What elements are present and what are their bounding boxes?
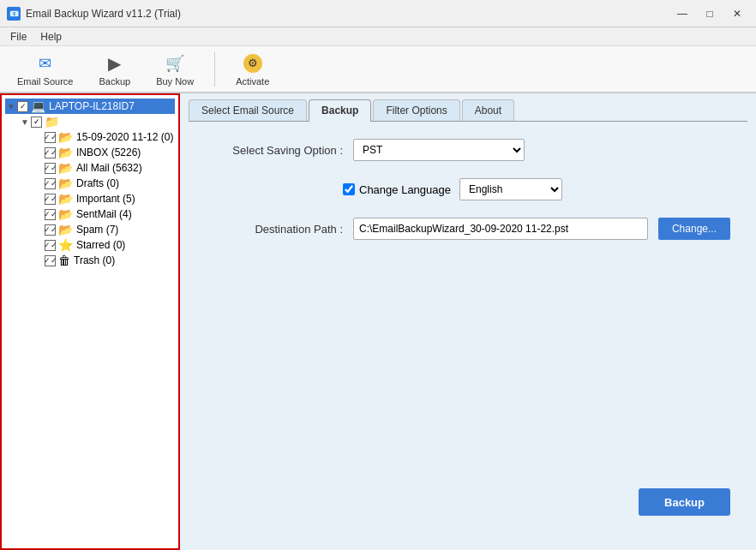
sub-folder-icon: 📁 xyxy=(45,115,59,129)
toolbar-activate[interactable]: ⚙ Activate xyxy=(227,49,278,90)
window-controls: — □ ✕ xyxy=(670,5,749,22)
menu-bar: File Help xyxy=(0,27,756,46)
root-checkbox[interactable] xyxy=(17,101,28,112)
title-bar: 📧 Email Backup Wizard v11.2 (Trial) — □ … xyxy=(0,0,756,27)
toolbar-buy-now-label: Buy Now xyxy=(156,76,194,87)
toolbar-activate-label: Activate xyxy=(236,76,269,87)
destination-path-input[interactable] xyxy=(353,218,648,240)
tree-item-8[interactable]: ✓ 🗑 Trash (0) xyxy=(33,253,175,268)
change-language-checkbox-label[interactable]: Change Language xyxy=(343,183,451,196)
maximize-button[interactable]: □ xyxy=(698,5,722,22)
saving-option-select[interactable]: PST PDF MSG EML MBOX xyxy=(353,139,525,161)
change-language-label: Change Language xyxy=(359,183,451,196)
tree-item-3[interactable]: ✓ 📂 Drafts (0) xyxy=(33,176,175,191)
toolbar-buy-now[interactable]: 🛒 Buy Now xyxy=(147,49,202,90)
tree-root[interactable]: ▼ 💻 LAPTOP-IL218ID7 xyxy=(5,99,175,114)
language-select[interactable]: English French German Spanish xyxy=(459,178,562,200)
main-layout: ▼ 💻 LAPTOP-IL218ID7 ▼ ✓ 📁 ✓ 📂 15-09-2020… xyxy=(0,93,756,550)
minimize-button[interactable]: — xyxy=(670,5,694,22)
app-title: Email Backup Wizard v11.2 (Trial) xyxy=(26,8,670,20)
change-button[interactable]: Change... xyxy=(658,218,730,240)
root-folder-icon: 💻 xyxy=(31,99,45,113)
sub-root-checkbox[interactable]: ✓ xyxy=(31,117,42,128)
buy-now-icon: 🛒 xyxy=(164,52,186,75)
app-icon: 📧 xyxy=(7,7,21,21)
close-button[interactable]: ✕ xyxy=(725,5,749,22)
menu-help[interactable]: Help xyxy=(33,29,69,45)
backup-icon: ▶ xyxy=(104,52,126,75)
tree-item-1[interactable]: ✓ 📂 INBOX (5226) xyxy=(33,145,175,160)
tabs: Select Email Source Backup Filter Option… xyxy=(180,93,756,121)
tree-item-2[interactable]: ✓ 📂 All Mail (5632) xyxy=(33,160,175,176)
backup-btn-container: Backup xyxy=(206,257,730,533)
email-source-icon: ✉ xyxy=(34,52,57,75)
right-panel: Select Email Source Backup Filter Option… xyxy=(180,93,756,550)
toolbar: ✉ Email Source ▶ Backup 🛒 Buy Now ⚙ Acti… xyxy=(0,46,756,93)
left-panel: ▼ 💻 LAPTOP-IL218ID7 ▼ ✓ 📁 ✓ 📂 15-09-2020… xyxy=(0,93,180,550)
content-area: Select Saving Option : PST PDF MSG EML M… xyxy=(180,122,756,550)
tree-item-7[interactable]: ✓ ⭐ Starred (0) xyxy=(33,237,175,253)
toolbar-email-source[interactable]: ✉ Email Source xyxy=(9,49,81,90)
tree-item-5[interactable]: ✓ 📂 SentMail (4) xyxy=(33,206,175,222)
tree-item-0[interactable]: ✓ 📂 15-09-2020 11-12 (0) xyxy=(33,129,175,145)
change-language-checkbox[interactable] xyxy=(343,183,355,195)
destination-path-row: Destination Path : Change... xyxy=(206,218,730,240)
menu-file[interactable]: File xyxy=(3,29,33,45)
expand-arrow: ▼ xyxy=(7,102,17,111)
destination-path-label: Destination Path : xyxy=(206,223,343,236)
saving-option-row: Select Saving Option : PST PDF MSG EML M… xyxy=(206,139,730,161)
toolbar-email-source-label: Email Source xyxy=(17,76,73,87)
saving-option-label: Select Saving Option : xyxy=(206,144,343,157)
tab-backup[interactable]: Backup xyxy=(309,99,371,122)
language-row: Change Language English French German Sp… xyxy=(206,178,730,200)
tab-filter-options[interactable]: Filter Options xyxy=(373,99,459,121)
activate-icon: ⚙ xyxy=(242,52,264,75)
toolbar-separator xyxy=(214,52,215,87)
tree-folder-children: ✓ 📂 15-09-2020 11-12 (0) ✓ 📂 INBOX (5226… xyxy=(19,129,175,268)
tree-item-6[interactable]: ✓ 📂 Spam (7) xyxy=(33,222,175,237)
root-label: LAPTOP-IL218ID7 xyxy=(49,100,135,112)
tree-children: ▼ ✓ 📁 ✓ 📂 15-09-2020 11-12 (0) ✓ 📂 INBOX… xyxy=(5,114,175,268)
backup-button[interactable]: Backup xyxy=(639,488,730,516)
tree-item-4[interactable]: ✓ 📂 Important (5) xyxy=(33,191,175,206)
toolbar-backup-label: Backup xyxy=(99,76,130,87)
toolbar-backup[interactable]: ▶ Backup xyxy=(90,49,139,90)
sub-expand: ▼ ✓ 📁 xyxy=(19,114,175,129)
tab-select-email-source[interactable]: Select Email Source xyxy=(189,99,307,121)
tab-about[interactable]: About xyxy=(462,99,514,121)
